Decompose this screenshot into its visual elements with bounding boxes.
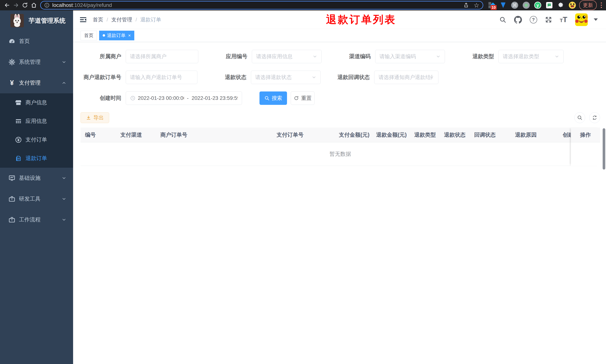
extension-recorder-icon[interactable] [523, 2, 530, 9]
browser-home-button[interactable] [29, 1, 38, 10]
extension-command-icon[interactable]: ⌘ [511, 2, 518, 9]
page-title: 退款订单列表 [326, 13, 396, 27]
tab-close-icon[interactable]: × [128, 33, 131, 38]
extension-chat-icon[interactable] [546, 2, 553, 9]
scrollbar-thumb[interactable] [603, 128, 605, 169]
sidebar-item-app-info[interactable]: 应用信息 [0, 112, 73, 130]
reset-button[interactable]: 重置 [291, 91, 315, 105]
breadcrumb-current: 退款订单 [140, 16, 161, 23]
sidebar-item-label: 基础设施 [19, 174, 62, 182]
merchant-refund-no-input[interactable] [126, 71, 197, 84]
font-size-button[interactable]: TT [560, 15, 567, 24]
avatar[interactable] [575, 13, 588, 26]
app-title: 芋道管理系统 [29, 16, 66, 25]
chevron-down-icon [313, 54, 317, 59]
table-header-row: 编号 支付渠道 商户订单号 支付订单号 支付金额(元) 退款金额(元) 退款类型… [80, 128, 600, 143]
filter-label: 所属商户 [80, 53, 126, 60]
notify-status-select[interactable]: 请选择通知商户退款结果的回调状态 [374, 71, 438, 84]
browser-reload-button[interactable] [20, 1, 29, 10]
export-button[interactable]: 导出 [80, 112, 109, 123]
sidebar-logo[interactable]: 芋道管理系统 [0, 10, 73, 31]
filter-refund-status: 退款状态 请选择退款状态 [206, 71, 321, 84]
table-toolbar: 导出 [80, 112, 600, 123]
url-path: :1024/pay/refund [73, 2, 112, 8]
tab-home[interactable]: 首页 [80, 31, 97, 40]
fullscreen-button[interactable] [545, 16, 552, 23]
url-host: localhost [52, 2, 73, 8]
extension-yuque-icon[interactable]: y [534, 2, 541, 9]
channel-select[interactable]: 请输入渠道编码 [375, 50, 445, 63]
top-navbar: 首页 / 支付管理 / 退款订单 退款订单列表 ? [73, 10, 606, 29]
browser-back-button[interactable] [3, 1, 12, 10]
extension-badge: 10 [491, 5, 497, 10]
select-placeholder: 请选择退款类型 [503, 53, 553, 60]
url-text: localhost:1024/pay/refund [52, 2, 461, 8]
extension-gem-icon[interactable] [500, 2, 507, 9]
breadcrumb-separator: / [136, 17, 137, 23]
sidebar-item-dev-tools[interactable]: 研发工具 [0, 189, 73, 209]
column-header: 支付金额(元) [334, 131, 372, 139]
filter-notify-status: 退款回调状态 请选择通知商户退款结果的回调状态 [329, 71, 438, 84]
browser-chrome: localhost:1024/pay/refund ☆ 10 ⌘ y 更新 [0, 0, 606, 10]
sidebar-item-infrastructure[interactable]: 基础设施 [0, 168, 73, 189]
sidebar-item-merchant-info[interactable]: 商户信息 [0, 93, 73, 112]
sidebar-item-workflow[interactable]: 工作流程 [0, 209, 73, 230]
bookmark-star-icon[interactable]: ☆ [474, 2, 479, 8]
extension-tampermonkey-icon[interactable]: 10 [488, 2, 495, 9]
merchant-input-field[interactable] [130, 53, 194, 60]
breadcrumb-payment[interactable]: 支付管理 [111, 16, 132, 23]
app-select[interactable]: 请选择应用信息 [252, 50, 322, 63]
chevron-up-icon [62, 80, 66, 85]
address-bar[interactable]: localhost:1024/pay/refund ☆ [40, 1, 483, 10]
date-start-value[interactable]: 2022-01-23 00:00:00 [138, 95, 184, 101]
briefcase-icon [8, 216, 16, 223]
extension-emoji-icon[interactable] [569, 2, 576, 9]
date-end-value[interactable]: 2022-01-23 23:59:59 [192, 95, 238, 101]
browser-update-button[interactable]: 更新 [579, 0, 597, 10]
filter-label: 退款回调状态 [329, 74, 374, 81]
yen-circle-icon [14, 136, 23, 143]
sidebar-item-label: 工作流程 [19, 216, 62, 223]
refresh-icon [294, 96, 299, 101]
tags-view-bar: 首页 退款订单 × [73, 29, 606, 42]
reset-button-label: 重置 [301, 95, 312, 102]
breadcrumb-separator: / [106, 17, 108, 23]
tab-refund-order[interactable]: 退款订单 × [99, 31, 134, 40]
sidebar-item-payment[interactable]: ¥ 支付管理 [0, 73, 73, 93]
search-button[interactable]: 搜索 [260, 91, 287, 105]
merchant-refund-no-input-field[interactable] [130, 74, 193, 80]
date-range-picker[interactable]: 2022-01-23 00:00:00 - 2022-01-23 23:59:5… [126, 91, 242, 105]
fixed-action-column: 操作 [571, 128, 600, 166]
sidebar-item-system[interactable]: 系统管理 [0, 52, 73, 73]
avatar-caret-icon[interactable] [594, 18, 598, 21]
tab-label: 退款订单 [107, 32, 126, 39]
filter-label: 应用编号 [207, 53, 252, 60]
sidebar-item-pay-order[interactable]: 支付订单 [0, 130, 73, 149]
show-search-toggle-button[interactable] [574, 112, 585, 123]
refund-status-select[interactable]: 请选择退款状态 [251, 71, 321, 84]
date-separator: - [184, 95, 192, 101]
yen-icon: ¥ [8, 79, 16, 86]
chevron-down-icon [436, 54, 441, 59]
chevron-down-icon [429, 75, 434, 80]
browser-forward-button[interactable] [12, 1, 20, 10]
sidebar-item-refund-order[interactable]: 退款订单 [0, 149, 73, 168]
filter-create-time: 创建时间 2022-01-23 00:00:00 - 2022-01-23 23… [80, 91, 242, 105]
refund-type-select[interactable]: 请选择退款类型 [499, 50, 564, 63]
column-header: 回调状态 [470, 131, 511, 139]
breadcrumb-home[interactable]: 首页 [93, 16, 103, 23]
filter-label: 创建时间 [80, 94, 126, 102]
refresh-table-button[interactable] [589, 112, 600, 123]
header-search-button[interactable] [499, 16, 506, 23]
refresh-icon [592, 115, 597, 120]
sidebar-item-label: 支付订单 [26, 136, 66, 143]
help-button[interactable]: ? [530, 16, 537, 23]
share-icon[interactable] [463, 2, 469, 8]
extensions-puzzle-icon[interactable] [557, 2, 564, 9]
sidebar-fold-button[interactable] [79, 16, 87, 23]
github-button[interactable] [514, 16, 522, 24]
sidebar-item-home[interactable]: 首页 [0, 31, 73, 52]
site-info-icon[interactable] [44, 2, 50, 8]
merchant-input[interactable] [126, 50, 198, 63]
browser-menu-icon[interactable] [599, 2, 603, 8]
